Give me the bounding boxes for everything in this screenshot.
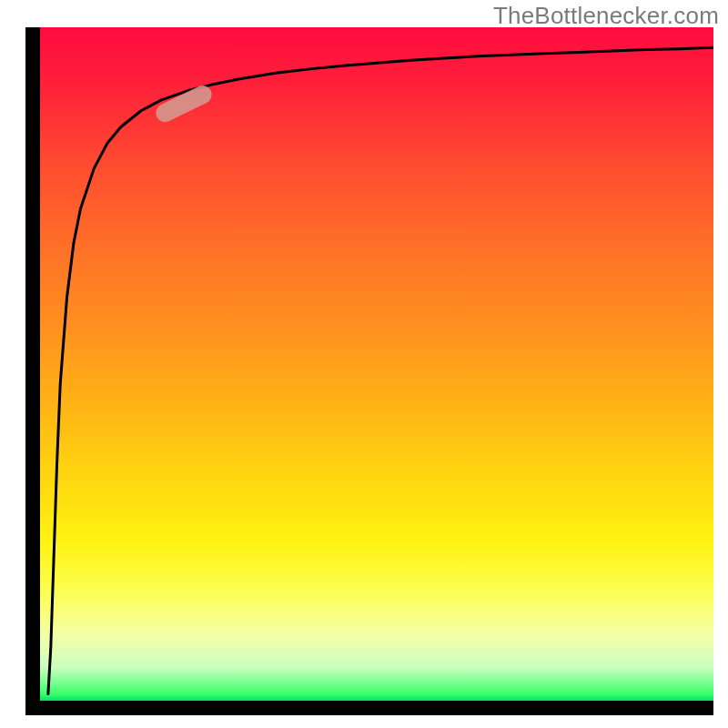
curve-svg [40,27,713,701]
watermark-text: TheBottlenecker.com [493,2,719,30]
chart-plot-area [40,27,713,701]
chart-frame: TheBottlenecker.com [0,0,728,728]
bottleneck-curve-path [48,47,713,693]
